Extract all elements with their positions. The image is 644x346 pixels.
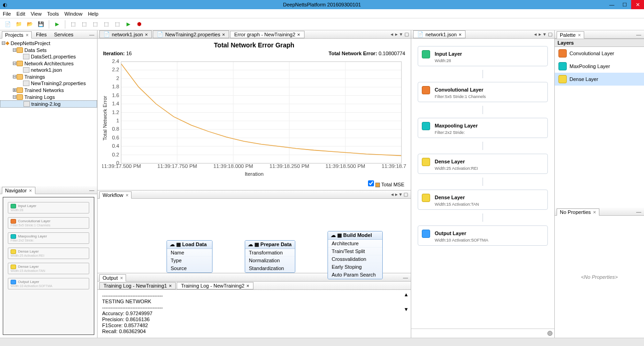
navigator-thumbnail[interactable]: Input LayerWidth:28Convolutional LayerFi…: [3, 197, 94, 335]
close-icon[interactable]: ×: [26, 32, 29, 38]
tab-dropdown-icon[interactable]: ▾: [400, 31, 402, 37]
palette-group[interactable]: Layers: [555, 39, 644, 47]
maximize-icon[interactable]: ▢: [403, 191, 408, 197]
layer-card[interactable]: Maxpooling LayerFilter:2x2 Stride:: [418, 118, 548, 138]
new-file-icon[interactable]: 📄: [4, 20, 12, 29]
workflow-box[interactable]: ☁ ▦ Build ModelArchitectureTrain/Test Sp…: [328, 231, 383, 279]
tree-root[interactable]: ⊟◆ DeepNettsProject: [0, 40, 97, 46]
status-bar: [0, 338, 644, 346]
play-icon[interactable]: ▶: [124, 20, 132, 29]
menu-help[interactable]: Help: [88, 11, 98, 17]
project-tree[interactable]: ⊟◆ DeepNettsProject ⊟Data SetsDataSet1.p…: [0, 39, 97, 186]
tab-navigator[interactable]: Navigator×: [2, 187, 35, 194]
network-canvas[interactable]: Input LayerWidth:28Convolutional LayerFi…: [411, 39, 554, 329]
tab-projects[interactable]: Projects×: [2, 31, 32, 39]
tool5-icon[interactable]: ⬚: [113, 20, 121, 29]
minimize-panel-icon[interactable]: —: [635, 32, 642, 37]
tab-files[interactable]: Files: [33, 31, 50, 38]
tab-prev-icon[interactable]: ◂: [391, 191, 394, 197]
tab-prev-icon[interactable]: ◂: [391, 31, 393, 37]
workflow-box[interactable]: ☁ ▦ Prepare DataTransformationNormalizat…: [245, 240, 295, 273]
tab-next-icon[interactable]: ▸: [539, 31, 541, 37]
layer-card[interactable]: Input LayerWidth:28: [418, 46, 548, 66]
tab-prev-icon[interactable]: ◂: [534, 31, 537, 37]
tab-properties[interactable]: No Properties×: [557, 208, 599, 216]
tree-item[interactable]: training-2.log: [0, 100, 97, 108]
svg-text:11:39:18.000 PM: 11:39:18.000 PM: [213, 163, 253, 169]
palette-item[interactable]: MaxPooling Layer: [555, 60, 644, 73]
tree-item[interactable]: NewTraining2.properties: [0, 80, 97, 86]
tree-item[interactable]: network1.json: [0, 67, 97, 73]
minimize-panel-icon[interactable]: —: [88, 187, 95, 193]
window-title: DeepNettsPlatform 201609300101: [283, 2, 361, 7]
legend-checkbox[interactable]: [368, 180, 374, 186]
output-subtab-1[interactable]: Training Log - NewTraining1 ×: [99, 282, 176, 289]
minimize-panel-icon[interactable]: —: [88, 32, 95, 37]
svg-text:Iteration: Iteration: [245, 171, 264, 177]
save-all-icon[interactable]: 💾: [37, 20, 45, 29]
layer-card[interactable]: Convolutional LayerFilter:5x5 Stride:1 C…: [418, 82, 548, 102]
legend-label: Total MSE: [381, 182, 404, 187]
editor-tabs: 📄 network1.json × 📄 NewTraining2.propert…: [98, 30, 411, 39]
output-subtab-2[interactable]: Training Log - NewTraining2 ×: [177, 282, 253, 289]
main-toolbar: 📄 📁 📂 💾 ▶ ⬚ ⬚ ⬚ ⬚ ⬚ ▶ ⬢: [0, 18, 644, 30]
menu-bar: File Edit View Tools Window Help: [0, 9, 644, 18]
tree-item[interactable]: DataSet1.properties: [0, 53, 97, 60]
svg-text:0.4: 0.4: [112, 143, 119, 149]
svg-text:1.6: 1.6: [112, 92, 119, 98]
workflow-canvas[interactable]: ☁ ▦ Load DataNameTypeSource☁ ▦ Prepare D…: [98, 199, 411, 273]
tool3-icon[interactable]: ⬚: [91, 20, 99, 29]
menu-tools[interactable]: Tools: [47, 11, 59, 17]
menu-view[interactable]: View: [31, 11, 42, 17]
tab-palette[interactable]: Palette×: [557, 31, 584, 39]
layer-card[interactable]: Output LayerWidth:10 Activation:SOFTMA: [418, 225, 548, 246]
layer-card[interactable]: Dense LayerWidth:25 Activation:REI: [418, 154, 548, 174]
open-icon[interactable]: 📂: [26, 20, 34, 29]
chart-panel: Total Network Error Graph Iteration: 16 …: [98, 39, 411, 190]
output-console[interactable]: ------------------------------------ TES…: [98, 290, 411, 338]
tree-item[interactable]: ⊟Data Sets: [0, 46, 97, 53]
tab-next-icon[interactable]: ▸: [395, 31, 398, 37]
maximize-editor-icon[interactable]: ▢: [404, 31, 409, 37]
workflow-box[interactable]: ☁ ▦ Load DataNameTypeSource: [167, 240, 213, 273]
menu-window[interactable]: Window: [64, 11, 82, 17]
tool2-icon[interactable]: ⬚: [80, 20, 88, 29]
scroll-up-icon[interactable]: ▲: [404, 292, 409, 297]
error-chart[interactable]: 00.20.40.60.811.21.41.61.822.22.411:39:1…: [102, 57, 406, 179]
close-button[interactable]: ✕: [631, 0, 644, 9]
menu-edit[interactable]: Edit: [17, 11, 25, 17]
close-icon[interactable]: ×: [29, 188, 32, 193]
menu-file[interactable]: File: [3, 11, 11, 17]
tab-next-icon[interactable]: ▸: [395, 191, 398, 197]
maximize-editor-icon[interactable]: ▢: [548, 31, 552, 37]
layer-card[interactable]: Dense LayerWidth:15 Activation:TAN: [418, 190, 548, 210]
status-dot-icon: [547, 331, 552, 336]
tab-dropdown-icon[interactable]: ▾: [543, 31, 546, 37]
palette-item[interactable]: Dense Layer: [555, 73, 644, 86]
editor-tab-errorgraph[interactable]: Error graph - NewTraining2 ×: [230, 31, 304, 38]
tree-item[interactable]: ⊟Trainings: [0, 73, 97, 80]
minimize-panel-icon[interactable]: —: [635, 209, 642, 214]
editor-tab-training[interactable]: 📄 NewTraining2.properties ×: [153, 30, 229, 38]
tool1-icon[interactable]: ⬚: [69, 20, 77, 29]
tab-output[interactable]: Output×: [99, 274, 126, 282]
maximize-button[interactable]: ☐: [618, 0, 631, 9]
scroll-down-icon[interactable]: ▼: [404, 306, 409, 312]
tree-item[interactable]: ⊟Training Logs: [0, 93, 97, 100]
run-icon[interactable]: ▶: [53, 20, 61, 29]
svg-text:1.8: 1.8: [112, 84, 119, 89]
tree-item[interactable]: ⊟Network Architectures: [0, 60, 97, 67]
tab-dropdown-icon[interactable]: ▾: [399, 191, 402, 197]
tool4-icon[interactable]: ⬚: [102, 20, 110, 29]
editor-tab-network[interactable]: 📄 network1.json ×: [99, 30, 152, 38]
minimize-panel-icon[interactable]: —: [402, 275, 409, 280]
minimize-button[interactable]: —: [605, 0, 618, 9]
new-project-icon[interactable]: 📁: [15, 20, 23, 29]
svg-text:1: 1: [116, 118, 119, 123]
net-tab[interactable]: 📄 network1.json ×: [413, 30, 466, 38]
tab-services[interactable]: Services: [51, 31, 76, 38]
palette-item[interactable]: Convolutional Layer: [555, 47, 644, 60]
tree-item[interactable]: ⊞Trained Networks: [0, 86, 97, 93]
tab-workflow[interactable]: Workflow×: [99, 191, 132, 199]
stop-icon[interactable]: ⬢: [135, 20, 144, 29]
